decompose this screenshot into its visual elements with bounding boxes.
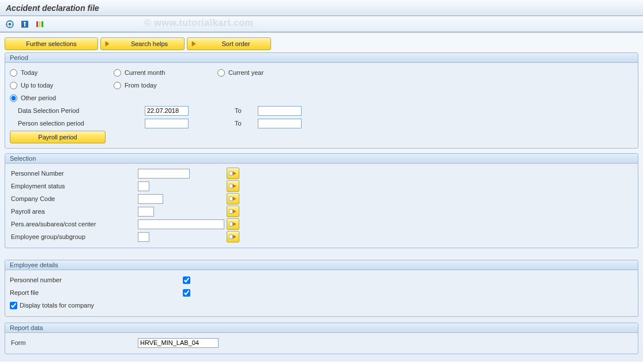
radio-label: Other period [21,94,56,101]
svg-rect-17 [230,235,232,239]
display-totals-checkbox[interactable] [10,302,17,309]
person-selection-period-label: Person selection period [18,120,145,127]
action-button-row: Further selections Search helps Sort ord… [5,37,638,50]
selection-groupbox: Selection Personnel Number Employment st… [5,153,638,248]
group-title: Selection [5,154,638,164]
employment-status-input[interactable] [138,181,149,191]
svg-rect-8 [24,22,26,23]
svg-rect-10 [39,21,41,27]
group-title: Period [5,53,638,63]
multiple-selection-button[interactable] [227,218,239,230]
radio-today[interactable]: Today [10,69,114,77]
radio-label: Current month [125,69,165,76]
radio-label: From today [125,82,157,89]
radio-up-to-today[interactable]: Up to today [10,82,114,89]
svg-rect-9 [36,21,38,27]
sort-order-button[interactable]: Sort order [187,37,271,50]
data-selection-from-input[interactable] [145,106,189,116]
svg-rect-12 [230,172,232,176]
pers-area-label: Pers.area/subarea/cost center [10,221,138,227]
further-selections-button[interactable]: Further selections [5,37,98,50]
dynamic-selections-icon[interactable] [33,18,46,31]
employment-status-label: Employment status [10,183,138,189]
report-file-checkbox[interactable] [183,289,190,297]
to-label: To [235,120,258,127]
radio-current-year-input[interactable] [217,69,225,77]
radio-from-today-input[interactable] [114,82,121,89]
multiple-selection-button[interactable] [227,206,239,217]
multiple-selection-button[interactable] [227,168,239,179]
personnel-number-label: Personnel number [10,276,181,283]
report-file-label: Report file [10,289,181,296]
data-selection-to-input[interactable] [258,106,302,116]
personnel-number-label: Personnel Number [10,170,138,177]
radio-current-month[interactable]: Current month [114,69,217,77]
radio-label: Up to today [21,82,53,89]
main-area: Further selections Search helps Sort ord… [0,32,643,362]
radio-other-period-input[interactable] [10,94,17,102]
svg-rect-11 [42,21,43,27]
button-label: Sort order [201,40,270,47]
display-totals-row[interactable]: Display totals for company [10,299,633,312]
multiple-selection-button[interactable] [227,193,239,204]
display-totals-label: Display totals for company [20,302,94,309]
multiple-selection-button[interactable] [227,231,239,242]
radio-current-month-input[interactable] [114,69,121,77]
employee-group-input[interactable] [138,232,149,242]
employee-details-groupbox: Employee details Personnel number Report… [5,260,638,317]
group-title: Report data [5,323,638,333]
data-selection-period-label: Data Selection Period [18,107,145,114]
svg-point-1 [9,22,11,25]
window-title-text: Accident declaration file [6,3,99,13]
radio-up-to-today-input[interactable] [10,82,17,89]
personnel-number-input[interactable] [138,169,190,179]
svg-rect-16 [230,222,232,226]
variant-get-icon[interactable] [18,18,31,31]
search-helps-button[interactable]: Search helps [100,37,185,50]
payroll-area-label: Payroll area [10,208,138,215]
form-label: Form [10,339,138,346]
svg-rect-14 [230,197,232,201]
report-data-groupbox: Report data Form [5,323,638,354]
person-selection-to-input[interactable] [258,119,302,128]
personnel-number-checkbox[interactable] [183,276,190,284]
to-label: To [235,107,258,114]
button-label: Search helps [115,40,184,47]
button-label: Payroll period [38,134,77,141]
arrow-right-icon [190,40,198,48]
form-input[interactable] [138,338,219,348]
radio-label: Today [21,69,37,76]
svg-rect-15 [230,210,232,214]
radio-today-input[interactable] [10,69,17,77]
radio-from-today[interactable]: From today [114,82,217,89]
svg-rect-13 [230,184,232,188]
radio-label: Current year [228,69,264,76]
payroll-period-button[interactable]: Payroll period [10,131,106,143]
employee-group-label: Employee group/subgroup [10,233,138,240]
button-label: Further selections [26,40,76,47]
watermark-text: © www.tutorialkart.com [144,18,253,28]
app-toolbar: © www.tutorialkart.com [0,16,643,32]
company-code-label: Company Code [10,195,138,202]
pers-area-input[interactable] [138,219,224,229]
company-code-input[interactable] [138,194,163,204]
execute-icon[interactable] [3,18,16,31]
arrow-right-icon [103,40,111,48]
payroll-area-input[interactable] [138,207,154,217]
multiple-selection-button[interactable] [227,180,239,192]
period-groupbox: Period Today Current month Current year [5,52,638,149]
person-selection-from-input[interactable] [145,119,189,128]
group-title: Employee details [5,260,638,270]
radio-current-year[interactable]: Current year [217,69,333,77]
window-title: Accident declaration file [0,0,643,16]
radio-other-period[interactable]: Other period [10,94,114,102]
